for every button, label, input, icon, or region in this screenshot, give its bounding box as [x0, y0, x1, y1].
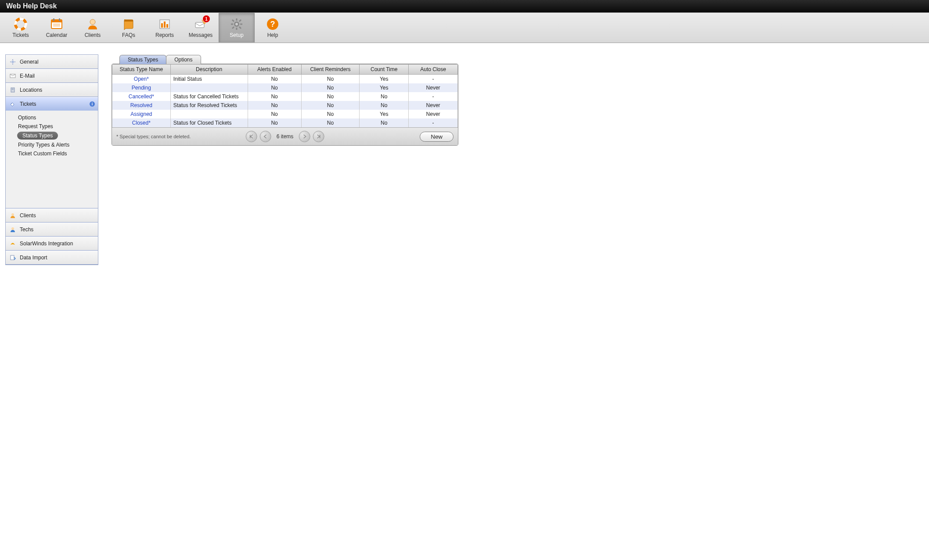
toolbar-label: Calendar	[46, 32, 68, 38]
cell-desc	[170, 83, 248, 92]
col-status-type-name[interactable]: Status Type Name	[112, 65, 171, 75]
toolbar-label: Messages	[189, 32, 213, 38]
clients-icon	[9, 212, 16, 219]
cell-name: Open*	[112, 75, 171, 84]
tickets-icon	[9, 101, 16, 108]
cell-auto: -	[409, 92, 458, 101]
cell-auto: -	[409, 118, 458, 127]
cell-count: No	[360, 101, 409, 110]
svg-rect-41	[11, 255, 14, 260]
sidebar-item-ticket-custom-fields[interactable]: Ticket Custom Fields	[6, 149, 98, 158]
sidebar-item-priority-types-alerts[interactable]: Priority Types & Alerts	[6, 140, 98, 149]
toolbar-setup[interactable]: Setup	[219, 13, 255, 43]
toolbar-faqs[interactable]: FAQs	[111, 13, 147, 43]
status-link[interactable]: Resolved	[130, 102, 152, 108]
col-alerts-enabled[interactable]: Alerts Enabled	[248, 65, 301, 75]
cell-count: Yes	[360, 75, 409, 84]
sidebar-item-request-types[interactable]: Request Types	[6, 122, 98, 131]
toolbar-calendar[interactable]: Calendar	[39, 13, 75, 43]
svg-point-27	[11, 61, 14, 63]
cell-reminders: No	[301, 101, 360, 110]
cell-desc: Status for Cancelled Tickets	[170, 92, 248, 101]
locations-icon	[9, 86, 16, 93]
col-client-reminders[interactable]: Client Reminders	[301, 65, 360, 75]
tab-status-types[interactable]: Status Types	[119, 55, 166, 64]
tickets-icon	[14, 17, 28, 31]
status-link[interactable]: Open*	[134, 76, 149, 82]
svg-text:?: ?	[270, 20, 275, 29]
status-types-table: Status Type NameDescriptionAlerts Enable…	[112, 64, 458, 127]
status-link[interactable]: Assigned	[130, 111, 152, 117]
setup-icon	[230, 17, 244, 31]
sidebar-email[interactable]: E-Mail	[6, 69, 98, 83]
last-page-button[interactable]	[313, 131, 324, 142]
sidebar-dataimport[interactable]: Data Import	[6, 251, 98, 264]
svg-line-21	[239, 27, 241, 29]
sidebar-item-status-types[interactable]: Status Types	[17, 132, 58, 140]
cell-desc: Status for Closed Tickets	[170, 118, 248, 127]
status-link[interactable]: Pending	[132, 85, 151, 91]
main-toolbar: TicketsCalendarClientsFAQsReportsMessage…	[0, 12, 929, 43]
svg-rect-9	[124, 20, 133, 22]
cell-reminders: No	[301, 75, 360, 84]
sidebar-solarwinds[interactable]: SolarWinds Integration	[6, 237, 98, 250]
cell-alerts: No	[248, 118, 301, 127]
sidebar-general[interactable]: General	[6, 55, 98, 68]
pager-count: 6 items	[277, 133, 294, 140]
cell-count: No	[360, 118, 409, 127]
next-page-button[interactable]	[299, 131, 310, 142]
dataimport-icon	[9, 254, 16, 261]
cell-alerts: No	[248, 92, 301, 101]
sidebar-item-options[interactable]: Options	[6, 113, 98, 122]
cell-alerts: No	[248, 83, 301, 92]
toolbar-label: Tickets	[12, 32, 29, 38]
toolbar-tickets[interactable]: Tickets	[3, 13, 39, 43]
toolbar-reports[interactable]: Reports	[147, 13, 183, 43]
cell-auto: -	[409, 75, 458, 84]
cell-auto: Never	[409, 83, 458, 92]
col-auto-close[interactable]: Auto Close	[409, 65, 458, 75]
svg-line-20	[232, 20, 234, 22]
cell-reminders: No	[301, 118, 360, 127]
toolbar-label: FAQs	[122, 32, 135, 38]
status-link[interactable]: Closed*	[132, 120, 151, 126]
sidebar-tickets[interactable]: Ticketsi	[6, 97, 98, 111]
prev-page-button[interactable]	[260, 131, 271, 142]
info-icon: i	[89, 101, 95, 107]
cell-auto: Never	[409, 110, 458, 118]
cell-alerts: No	[248, 110, 301, 118]
table-row: ResolvedStatus for Resolved TicketsNoNoN…	[112, 101, 458, 110]
cell-reminders: No	[301, 92, 360, 101]
cell-count: No	[360, 92, 409, 101]
toolbar-help[interactable]: ?Help	[255, 13, 291, 43]
sidebar-clients[interactable]: Clients	[6, 208, 98, 222]
svg-rect-3	[51, 20, 62, 22]
svg-rect-11	[161, 23, 163, 28]
svg-rect-13	[166, 24, 168, 28]
col-description[interactable]: Description	[170, 65, 248, 75]
cell-alerts: No	[248, 101, 301, 110]
new-button[interactable]: New	[420, 132, 454, 142]
toolbar-clients[interactable]: Clients	[75, 13, 111, 43]
tab-options[interactable]: Options	[166, 55, 201, 64]
status-link[interactable]: Cancelled*	[129, 93, 154, 100]
cell-reminders: No	[301, 83, 360, 92]
toolbar-label: Help	[267, 32, 278, 38]
col-count-time[interactable]: Count Time	[360, 65, 409, 75]
svg-rect-33	[11, 88, 14, 92]
table-row: Cancelled*Status for Cancelled TicketsNo…	[112, 92, 458, 101]
toolbar-messages[interactable]: Messages1	[183, 13, 219, 43]
pager: 6 items	[246, 131, 324, 142]
svg-point-0	[15, 19, 26, 29]
sidebar-locations[interactable]: Locations	[6, 83, 98, 97]
cell-desc: Status for Resolved Tickets	[170, 101, 248, 110]
clients-icon	[86, 17, 100, 31]
email-icon	[9, 72, 16, 79]
svg-line-22	[239, 20, 241, 22]
sidebar-techs[interactable]: Techs	[6, 223, 98, 236]
app-title: Web Help Desk	[6, 2, 57, 10]
sidebar-label: Clients	[20, 212, 36, 219]
table-row: Open*Initial StatusNoNoYes-	[112, 75, 458, 84]
first-page-button[interactable]	[246, 131, 257, 142]
help-icon: ?	[266, 17, 280, 31]
